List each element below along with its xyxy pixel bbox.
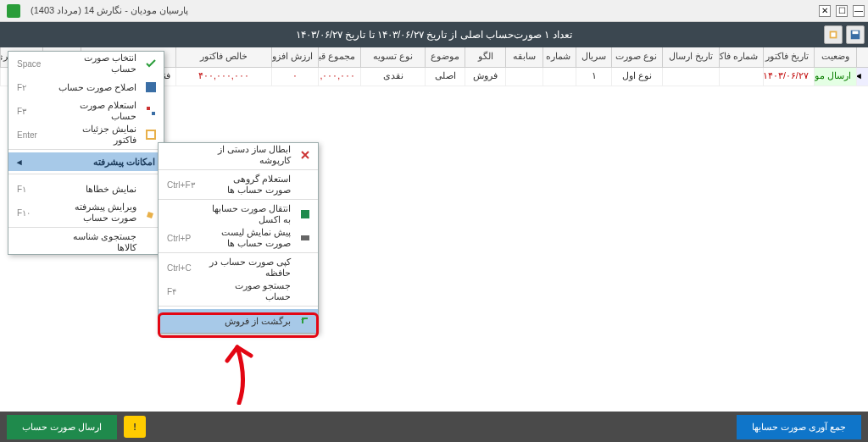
menu-separator (159, 169, 318, 170)
cell-sumbefore: ۴۰۰,۰۰۰,۰۰۰ (318, 68, 360, 86)
row-selector-head (856, 47, 868, 67)
menu-separator (8, 149, 164, 150)
shortcut-label: Ctrl+F۳ (167, 180, 201, 190)
send-label: ارسال صورت حساب (22, 422, 102, 433)
menu-select-bill[interactable]: انتخاب صورت حساب Space (8, 52, 164, 75)
menu-advanced-edit[interactable]: ویرایش پیشرفته صورت حساب F۱۰ (8, 201, 164, 224)
svg-rect-5 (152, 112, 155, 115)
cell-taxno (542, 68, 576, 86)
menu-label: ویرایش پیشرفته صورت حساب (58, 202, 136, 224)
menu-print-preview[interactable]: پیش نمایش لیست صورت حساب ها Ctrl+P (159, 226, 318, 250)
col-senddate[interactable]: تاریخ ارسال (662, 47, 718, 67)
window-title: پارسیان مودیان - نگارش 14 (مرداد 1403) (24, 5, 815, 16)
col-settle[interactable]: نوع تسویه (360, 47, 425, 67)
details-icon (143, 127, 159, 142)
cell-billtype: نوع اول (611, 68, 662, 86)
shortcut-label: F۱۰ (17, 208, 51, 218)
svg-rect-8 (301, 235, 309, 240)
cell-vat: ۰ (271, 68, 318, 86)
menu-edit-bill[interactable]: اصلاح صورت حساب F۲ (8, 75, 164, 99)
cell-net: ۴۰۰,۰۰۰,۰۰۰ (175, 68, 271, 86)
menu-inquiry-bill[interactable]: استعلام صورت حساب F۳ (8, 99, 164, 123)
arrow-annotation (205, 337, 273, 405)
cell-status: ارسال موفق (814, 68, 856, 86)
blank-icon (143, 235, 159, 250)
cell-serial: ۱ (576, 68, 611, 86)
shortcut-label: F۱ (17, 185, 51, 194)
blank-icon (298, 284, 313, 299)
context-menu-main: انتخاب صورت حساب Space اصلاح صورت حساب F… (8, 51, 164, 255)
menu-export-excel[interactable]: انتقال صورت حسابها به اکسل (159, 202, 318, 226)
menu-separator (159, 252, 318, 253)
menu-show-errors[interactable]: نمایش خطاها F۱ (8, 177, 164, 201)
min-button[interactable]: — (853, 5, 865, 17)
export-icon[interactable] (824, 25, 843, 44)
menu-separator (159, 306, 318, 307)
menu-label: استعلام گروهی صورت حساب ها (208, 174, 291, 196)
blank-icon (143, 181, 159, 196)
cancel-icon (298, 147, 313, 163)
svg-rect-1 (853, 31, 859, 35)
cell-fdate: ۱۴۰۳/۰۶/۲۷ (763, 68, 814, 86)
row-selector[interactable]: ◄ (856, 68, 868, 86)
menu-separator (8, 227, 164, 228)
menu-manual-cancel[interactable]: ابطال ساز دستی از کارپوشه (159, 143, 318, 167)
menu-label: نمایش جزئیات فاکتور (58, 124, 136, 146)
warning-icon[interactable]: ! (124, 416, 146, 438)
menu-label: کپی صورت حساب در حافظه (208, 257, 291, 279)
col-pattern[interactable]: الگو (465, 47, 504, 67)
col-billtype[interactable]: نوع صورت حساب (611, 47, 662, 67)
menu-group-inquiry[interactable]: استعلام گروهی صورت حساب ها Ctrl+F۳ (159, 173, 318, 196)
col-fno[interactable]: شماره فاکتور (719, 47, 763, 67)
col-subject[interactable]: موضوع (425, 47, 465, 67)
shortcut-label: F۲ (17, 83, 51, 92)
svg-rect-4 (147, 107, 150, 110)
shortcut-label: F۳ (17, 107, 51, 116)
chevron-left-icon: ◂ (17, 157, 22, 168)
save-icon (143, 80, 159, 95)
menu-label: انتخاب صورت حساب (58, 52, 136, 75)
menu-label: استعلام صورت حساب (58, 100, 136, 122)
collect-bills-button[interactable]: جمع آوری صورت حسابها (737, 415, 861, 439)
blank-icon (298, 177, 313, 192)
save-icon[interactable] (846, 25, 865, 44)
menu-search-goods[interactable]: جستجوی شناسه کالاها (8, 230, 164, 254)
status-icon (143, 103, 159, 119)
menu-label: جستجوی شناسه کالاها (58, 231, 136, 253)
menu-separator (159, 199, 318, 200)
col-taxno[interactable]: شماره مالیاتی (542, 47, 576, 67)
svg-rect-6 (147, 130, 155, 139)
col-fdate[interactable]: تاریخ فاکتور (763, 47, 814, 67)
col-serial[interactable]: سریال (576, 47, 611, 67)
col-vat[interactable]: ارزش افزوده (271, 47, 318, 67)
shortcut-label: Ctrl+P (167, 234, 201, 243)
shortcut-label: Ctrl+C (167, 263, 201, 273)
col-sumbefore[interactable]: مجموع قبل از تخفیف (318, 47, 360, 67)
shortcut-label: Enter (17, 130, 51, 140)
col-status[interactable]: وضعیت (814, 47, 856, 67)
shortcut-label: Space (17, 59, 51, 69)
close-button[interactable]: ✕ (819, 5, 831, 17)
blank-icon (298, 260, 313, 275)
menu-return-sale[interactable]: برگشت از فروش (159, 309, 318, 333)
col-net[interactable]: خالص فاکتور (175, 47, 271, 67)
cell-settle: نقدی (360, 68, 425, 86)
send-bill-button[interactable]: ارسال صورت حساب (7, 415, 117, 439)
app-icon (7, 4, 20, 18)
cell-history (505, 68, 542, 86)
menu-label: نمایش خطاها (58, 184, 136, 195)
svg-rect-3 (146, 82, 156, 92)
max-button[interactable]: ☐ (836, 5, 848, 17)
menu-show-details[interactable]: نمایش جزئیات فاکتور Enter (8, 123, 164, 146)
shortcut-label: F۴ (167, 287, 201, 296)
menu-label: انتقال صورت حسابها به اکسل (208, 203, 291, 225)
col-history[interactable]: سابقه (505, 47, 542, 67)
menu-copy-bill[interactable]: کپی صورت حساب در حافظه Ctrl+C (159, 256, 318, 279)
svg-rect-7 (301, 210, 309, 218)
page-caption: تعداد ۱ صورت‌حساب اصلی از تاریخ ۱۴۰۳/۰۶/… (0, 29, 868, 41)
menu-advanced-header[interactable]: امکانات پیشرفته ◂ (8, 152, 164, 171)
menu-search-bill[interactable]: جستجو صورت حساب F۴ (159, 279, 318, 303)
menu-separator (8, 174, 164, 174)
print-icon (298, 230, 313, 246)
menu-label: پیش نمایش لیست صورت حساب ها (208, 227, 291, 249)
